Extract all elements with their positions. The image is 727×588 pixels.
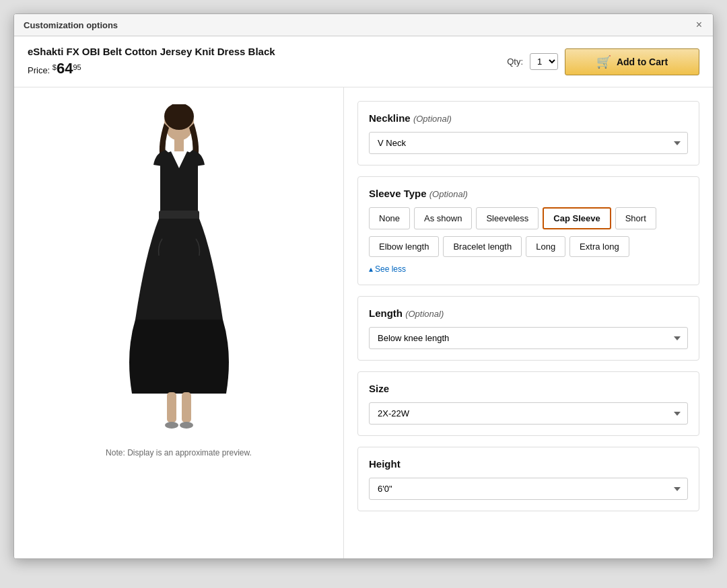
product-title: eShakti FX OBI Belt Cotton Jersey Knit D…	[28, 46, 275, 57]
size-section: Size XS-0 S-4 M-8 L-12 XL-16 1X-18W 2X-2…	[357, 371, 699, 436]
modal-title: Customization options	[24, 20, 118, 30]
svg-rect-2	[174, 139, 184, 151]
add-to-cart-button[interactable]: 🛒 Add to Cart	[565, 48, 699, 75]
chevron-up-icon: ▴	[369, 264, 373, 274]
sleeve-btn-as-shown[interactable]: As shown	[414, 207, 472, 229]
sleeve-btn-bracelet-length[interactable]: Bracelet length	[443, 236, 522, 257]
length-select[interactable]: Above knee length Knee length Below knee…	[369, 327, 688, 349]
customization-modal: Customization options × eShakti FX OBI B…	[13, 13, 714, 559]
qty-label: Qty:	[507, 57, 523, 67]
sleeve-buttons-container: None As shown Sleeveless Cap Sleeve Shor…	[369, 207, 688, 229]
preview-note: Note: Display is an approximate preview.	[106, 448, 252, 457]
sleeve-btn-none[interactable]: None	[369, 207, 410, 229]
cart-icon: 🛒	[596, 54, 611, 69]
svg-point-6	[165, 422, 178, 429]
length-label: Length (Optional)	[369, 307, 688, 319]
sleeve-type-section: Sleeve Type (Optional) None As shown Sle…	[357, 176, 699, 285]
modal-body: Note: Display is an approximate preview.…	[14, 87, 713, 558]
price-cents: 95	[73, 63, 81, 71]
sleeve-btn-extra-long[interactable]: Extra long	[569, 236, 629, 257]
height-label: Height	[369, 458, 688, 470]
modal-header: Customization options ×	[14, 14, 713, 36]
see-less-link[interactable]: ▴ See less	[369, 264, 406, 274]
height-select[interactable]: 4'10" 5'0" 5'2" 5'4" 5'6" 5'8" 5'10" 6'0…	[369, 478, 688, 500]
sleeve-btn-long[interactable]: Long	[526, 236, 565, 257]
neckline-section: Neckline (Optional) V Neck Round Neck Sq…	[357, 101, 699, 166]
sleeve-btn-short[interactable]: Short	[615, 207, 656, 229]
price-main: 64	[57, 60, 73, 77]
svg-point-7	[180, 422, 193, 429]
svg-rect-3	[159, 211, 199, 220]
dress-preview	[78, 101, 280, 437]
left-panel: Note: Display is an approximate preview.	[14, 87, 344, 558]
height-section: Height 4'10" 5'0" 5'2" 5'4" 5'6" 5'8" 5'…	[357, 447, 699, 511]
sleeve-btn-sleeveless[interactable]: Sleeveless	[476, 207, 539, 229]
neckline-select[interactable]: V Neck Round Neck Square Neck Boat Neck	[369, 132, 688, 154]
size-label: Size	[369, 383, 688, 394]
product-info: eShakti FX OBI Belt Cotton Jersey Knit D…	[28, 46, 275, 77]
svg-rect-5	[182, 392, 191, 422]
modal-top-bar: eShakti FX OBI Belt Cotton Jersey Knit D…	[14, 36, 713, 87]
top-bar-right: Qty: 1 2 3 4 5 🛒 Add to Cart	[507, 48, 699, 75]
size-select[interactable]: XS-0 S-4 M-8 L-12 XL-16 1X-18W 2X-22W 3X…	[369, 402, 688, 425]
sleeve-type-label: Sleeve Type (Optional)	[369, 188, 688, 199]
sleeve-buttons-row2: Elbow length Bracelet length Long Extra …	[369, 236, 688, 257]
svg-rect-4	[167, 392, 176, 422]
sleeve-btn-elbow-length[interactable]: Elbow length	[369, 236, 439, 257]
neckline-label: Neckline (Optional)	[369, 112, 688, 124]
price-label: Price:	[28, 65, 50, 75]
close-button[interactable]: ×	[695, 20, 703, 30]
product-price: Price: $6495	[28, 60, 275, 77]
qty-select[interactable]: 1 2 3 4 5	[530, 53, 558, 70]
length-section: Length (Optional) Above knee length Knee…	[357, 296, 699, 361]
add-to-cart-label: Add to Cart	[617, 57, 668, 67]
sleeve-btn-cap-sleeve[interactable]: Cap Sleeve	[543, 207, 611, 229]
right-panel: Neckline (Optional) V Neck Round Neck Sq…	[344, 87, 713, 558]
